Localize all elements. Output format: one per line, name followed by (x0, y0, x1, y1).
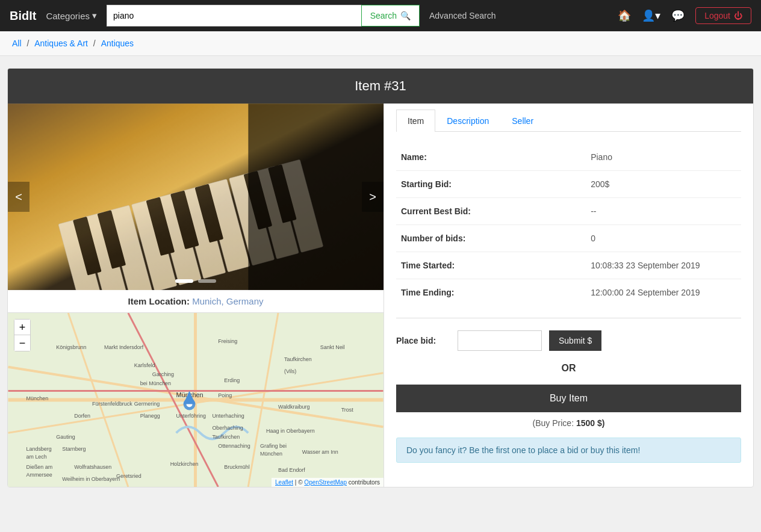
image-carousel: < > (8, 104, 384, 290)
svg-text:Planegg: Planegg (140, 413, 160, 419)
svg-text:Garching: Garching (152, 371, 174, 377)
location-link[interactable]: Munich, Germany (192, 296, 263, 306)
carousel-prev-button[interactable]: < (8, 182, 30, 212)
svg-text:Markt Indersdorf: Markt Indersdorf (104, 344, 144, 350)
carousel-next-button[interactable]: > (362, 182, 384, 212)
time-ending-value: 12:00:00 24 September 2019 (586, 279, 741, 306)
categories-label: Categories (46, 11, 90, 21)
svg-text:Bad Endorf: Bad Endorf (278, 467, 305, 473)
user-icon[interactable]: 👤▾ (642, 9, 660, 22)
location-prefix: Item Location: (128, 296, 190, 306)
bid-section: Place bid: Submit $ OR Buy Item (Buy Pri… (396, 318, 741, 463)
zoom-in-button[interactable]: + (14, 320, 30, 335)
svg-text:München: München (26, 395, 48, 401)
buy-price-info: (Buy Price: 1500 $) (396, 418, 741, 428)
chevron-down-icon: ▾ (92, 10, 97, 21)
chevron-left-icon: < (15, 190, 22, 204)
num-bids-value: 0 (586, 225, 741, 252)
svg-text:am Lech: am Lech (26, 454, 46, 460)
breadcrumb-sep1: / (26, 39, 31, 48)
submit-label: Submit $ (559, 336, 592, 345)
breadcrumb-all[interactable]: All (12, 39, 22, 48)
svg-text:Königsbrunn: Königsbrunn (56, 344, 86, 350)
bid-input[interactable] (458, 330, 542, 351)
buy-price-value: 1500 $) (576, 418, 604, 428)
fancy-message: Do you fancy it? Be the first one to pla… (396, 438, 741, 463)
chat-icon[interactable]: 💬 (671, 9, 685, 22)
categories-dropdown[interactable]: Categories ▾ (46, 10, 97, 21)
svg-text:Ammersee: Ammersee (26, 472, 52, 478)
leaflet-link[interactable]: Leaflet (275, 479, 293, 486)
svg-text:Trost: Trost (341, 407, 354, 413)
name-row: Name: Piano (396, 144, 741, 171)
time-ending-label: Time Ending: (396, 279, 586, 306)
time-started-value: 10:08:33 23 September 2019 (586, 252, 741, 279)
or-divider: OR (396, 363, 741, 374)
name-value: Piano (586, 144, 741, 171)
zoom-out-button[interactable]: − (14, 335, 30, 351)
svg-text:Waldkraiburg: Waldkraiburg (278, 404, 309, 410)
buy-item-button[interactable]: Buy Item (396, 385, 741, 412)
starting-bid-row: Starting Bid: 200$ (396, 171, 741, 198)
time-ending-row: Time Ending: 12:00:00 24 September 2019 (396, 279, 741, 306)
left-panel: < > Item Location: Munich, Germany (8, 104, 384, 487)
starting-bid-value: 200$ (586, 171, 741, 198)
info-table: Name: Piano Starting Bid: 200$ Current B… (396, 144, 741, 306)
tab-item[interactable]: Item (396, 110, 435, 132)
logout-label: Logout (704, 11, 730, 20)
name-label: Name: (396, 144, 586, 171)
navbar: BidIt Categories ▾ Search 🔍 Advanced Sea… (0, 0, 761, 31)
svg-text:Taufkirchen: Taufkirchen (212, 434, 240, 440)
map-container[interactable]: München Königsbrunn München Markt Inders… (8, 312, 384, 487)
num-bids-row: Number of bids: 0 (396, 225, 741, 252)
starting-bid-label: Starting Bid: (396, 171, 586, 198)
tab-description[interactable]: Description (435, 110, 500, 132)
buy-item-label: Buy Item (550, 393, 588, 403)
search-form: Search 🔍 (107, 5, 420, 26)
brand-logo[interactable]: BidIt (10, 9, 36, 23)
advanced-search-link[interactable]: Advanced Search (429, 11, 496, 20)
svg-text:Oberhaching: Oberhaching (212, 425, 243, 431)
map-image: München Königsbrunn München Markt Inders… (8, 313, 384, 487)
svg-text:Weilheim in Oberbayern: Weilheim in Oberbayern (62, 476, 120, 482)
dot-2 (198, 279, 216, 283)
search-button-label: Search (370, 11, 397, 20)
submit-bid-button[interactable]: Submit $ (549, 330, 601, 351)
svg-text:Erding: Erding (224, 377, 240, 383)
logout-icon: ⏻ (734, 11, 742, 20)
svg-text:Bruckmühl: Bruckmühl (224, 464, 249, 470)
svg-text:bei München: bei München (140, 380, 171, 386)
current-bid-value: -- (586, 198, 741, 225)
svg-text:Starnberg: Starnberg (62, 446, 85, 452)
right-panel: Item Description Seller Name: Piano Star… (384, 104, 753, 487)
home-icon[interactable]: 🏠 (618, 9, 631, 22)
dot-1 (175, 279, 193, 283)
svg-text:Wolfratshausen: Wolfratshausen (74, 464, 111, 470)
item-body: < > Item Location: Munich, Germany (8, 104, 753, 487)
nav-icons: 🏠 👤▾ 💬 Logout ⏻ (618, 7, 751, 24)
breadcrumb-category[interactable]: Antiques & Art (34, 39, 88, 48)
svg-text:Unterföhring: Unterföhring (176, 413, 206, 419)
svg-text:Germering: Germering (134, 401, 160, 407)
svg-text:Holzkirchen: Holzkirchen (170, 461, 199, 467)
time-started-row: Time Started: 10:08:33 23 September 2019 (396, 252, 741, 279)
svg-text:Geretsried: Geretsried (116, 473, 141, 479)
carousel-dots (175, 279, 216, 283)
time-started-label: Time Started: (396, 252, 586, 279)
svg-text:Wasser am Inn: Wasser am Inn (302, 449, 338, 455)
search-button[interactable]: Search 🔍 (361, 5, 420, 26)
logout-button[interactable]: Logout ⏻ (695, 7, 751, 24)
bid-row: Place bid: Submit $ (396, 330, 741, 351)
svg-text:Haag in Oberbayern: Haag in Oberbayern (266, 428, 315, 434)
item-title: Item #31 (355, 78, 406, 93)
tab-seller[interactable]: Seller (500, 110, 545, 132)
search-input[interactable] (107, 5, 361, 26)
breadcrumb-subcategory[interactable]: Antiques (101, 39, 134, 48)
osm-link[interactable]: OpenStreetMap (304, 479, 347, 486)
svg-text:Gauting: Gauting (56, 434, 75, 440)
breadcrumb: All / Antiques & Art / Antiques (0, 31, 761, 56)
svg-text:Karlsfeld: Karlsfeld (134, 362, 155, 368)
num-bids-label: Number of bids: (396, 225, 586, 252)
svg-text:Fürstenfeldbruck: Fürstenfeldbruck (92, 401, 132, 407)
chevron-right-icon: > (369, 190, 376, 204)
